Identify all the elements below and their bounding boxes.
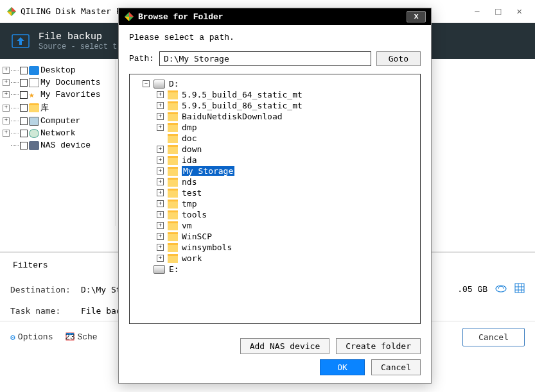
svg-marker-2 <box>7 12 12 16</box>
goto-button[interactable]: Goto <box>376 51 421 66</box>
expand-icon[interactable]: + <box>3 91 10 98</box>
main-cancel-button[interactable]: Cancel <box>462 328 525 346</box>
sidebar-item-my-documents[interactable]: +My Documents <box>3 76 112 89</box>
tree-item-label: vm <box>182 221 192 230</box>
dialog-close-button[interactable]: x <box>407 11 426 22</box>
svg-marker-16 <box>125 17 129 21</box>
expand-icon[interactable]: + <box>157 222 164 229</box>
expand-icon[interactable]: + <box>157 91 164 98</box>
tree-folder-dmp[interactable]: +dmp <box>132 122 417 133</box>
checkbox[interactable] <box>20 104 28 112</box>
tree-item-label: winsymbols <box>182 243 232 252</box>
tree-folder-test[interactable]: +test <box>132 187 417 198</box>
backup-icon <box>10 31 31 51</box>
checkbox[interactable] <box>20 117 28 125</box>
grid-icon[interactable] <box>514 283 525 296</box>
tree-folder-doc[interactable]: doc <box>132 133 417 144</box>
tree-folder-winscp[interactable]: +WinSCP <box>132 231 417 242</box>
tree-folder-down[interactable]: +down <box>132 144 417 155</box>
expand-icon[interactable]: + <box>3 105 10 112</box>
tree-folder-vm[interactable]: +vm <box>132 220 417 231</box>
sidebar-item-库[interactable]: +库 <box>3 101 112 115</box>
checkbox[interactable] <box>20 91 28 99</box>
drive-icon <box>153 80 165 89</box>
tree-folder-5-9-5-build-86-static-mt[interactable]: +5.9.5_build_86_static_mt <box>132 100 417 111</box>
tree-folder-baidunetdiskdownload[interactable]: +BaiduNetdiskDownload <box>132 111 417 122</box>
net-icon <box>29 129 39 138</box>
star-icon: ★ <box>29 90 39 99</box>
expand-icon[interactable]: + <box>157 211 164 218</box>
dialog-cancel-button[interactable]: Cancel <box>371 359 421 375</box>
create-folder-button[interactable]: Create folder <box>336 338 421 354</box>
sidebar-item-computer[interactable]: +Computer <box>3 115 112 127</box>
tree-item-label: WinSCP <box>182 232 212 241</box>
folder-tree[interactable]: −D:+5.9.5_build_64_static_mt+5.9.5_build… <box>129 74 421 324</box>
folder-icon <box>168 156 178 165</box>
expand-icon[interactable]: + <box>157 244 164 251</box>
expand-icon[interactable]: + <box>157 233 164 240</box>
expand-icon[interactable]: + <box>3 67 10 74</box>
tree-folder-5-9-5-build-64-static-mt[interactable]: +5.9.5_build_64_static_mt <box>132 89 417 100</box>
expand-icon[interactable]: + <box>3 117 10 124</box>
minimize-button[interactable]: − <box>474 6 480 17</box>
close-button[interactable]: × <box>516 6 522 17</box>
tree-folder-tmp[interactable]: +tmp <box>132 198 417 209</box>
filters-label: Filters <box>13 260 48 270</box>
path-input[interactable] <box>159 51 371 66</box>
folder-icon <box>168 221 178 230</box>
expand-icon[interactable]: + <box>157 200 164 207</box>
sidebar-item-label: My Documents <box>40 78 101 87</box>
expand-icon[interactable]: + <box>3 79 10 86</box>
checkbox[interactable] <box>20 67 28 74</box>
expand-icon[interactable]: + <box>157 167 164 175</box>
expand-icon[interactable]: + <box>157 124 164 131</box>
checkbox[interactable] <box>20 130 28 137</box>
sidebar-item-nas-device[interactable]: NAS device <box>3 139 112 151</box>
tree-item-label: E: <box>169 264 179 274</box>
tree-drive-e[interactable]: E: <box>132 264 417 275</box>
schedule-button[interactable]: 23 Sche <box>66 332 97 343</box>
expand-icon[interactable]: + <box>157 146 164 153</box>
tree-drive-d[interactable]: −D: <box>132 78 417 89</box>
checkbox[interactable] <box>20 79 28 87</box>
expand-icon[interactable]: + <box>157 189 164 196</box>
sidebar-item-label: My Favorites <box>40 90 101 99</box>
sidebar-item-network[interactable]: +Network <box>3 127 112 139</box>
tree-item-label: BaiduNetdiskDownload <box>182 112 283 121</box>
folder-icon <box>29 103 39 112</box>
maximize-button[interactable]: □ <box>495 6 501 17</box>
checkbox[interactable] <box>20 142 28 149</box>
folder-icon <box>168 112 178 121</box>
sidebar-item-desktop[interactable]: +Desktop <box>3 64 112 76</box>
desktop-icon <box>29 66 39 75</box>
ok-button[interactable]: OK <box>320 359 365 375</box>
dialog-logo-icon <box>124 12 134 22</box>
expand-icon[interactable]: + <box>157 113 164 120</box>
browse-folder-dialog: Browse for Folder x Please select a path… <box>118 8 432 384</box>
folder-icon <box>168 123 178 132</box>
sidebar-item-my-favorites[interactable]: +★My Favorites <box>3 89 112 101</box>
options-button[interactable]: ⚙ Options <box>10 332 53 343</box>
tree-folder-ida[interactable]: +ida <box>132 155 417 166</box>
sidebar-item-label: 库 <box>40 102 49 114</box>
tree-folder-my-storage[interactable]: +My Storage <box>132 166 417 176</box>
expand-icon[interactable]: + <box>157 102 164 109</box>
tree-folder-work[interactable]: +work <box>132 253 417 264</box>
collapse-icon[interactable]: − <box>143 80 150 87</box>
tree-item-label: work <box>182 253 202 263</box>
expand-icon[interactable]: + <box>3 130 10 137</box>
calendar-icon: 23 <box>66 332 75 343</box>
add-nas-button[interactable]: Add NAS device <box>240 338 330 354</box>
tree-folder-nds[interactable]: +nds <box>132 176 417 187</box>
expand-icon[interactable]: + <box>157 178 164 185</box>
tree-folder-winsymbols[interactable]: +winsymbols <box>132 242 417 253</box>
tree-folder-tools[interactable]: +tools <box>132 209 417 220</box>
folder-icon <box>168 189 178 198</box>
expand-icon[interactable]: + <box>157 255 164 262</box>
sidebar-item-label: Desktop <box>40 65 76 75</box>
cloud-icon[interactable] <box>495 284 507 295</box>
expand-icon[interactable]: + <box>157 157 164 164</box>
folder-icon <box>168 167 178 176</box>
dialog-titlebar: Browse for Folder x <box>119 8 431 25</box>
drive-icon <box>153 265 165 274</box>
